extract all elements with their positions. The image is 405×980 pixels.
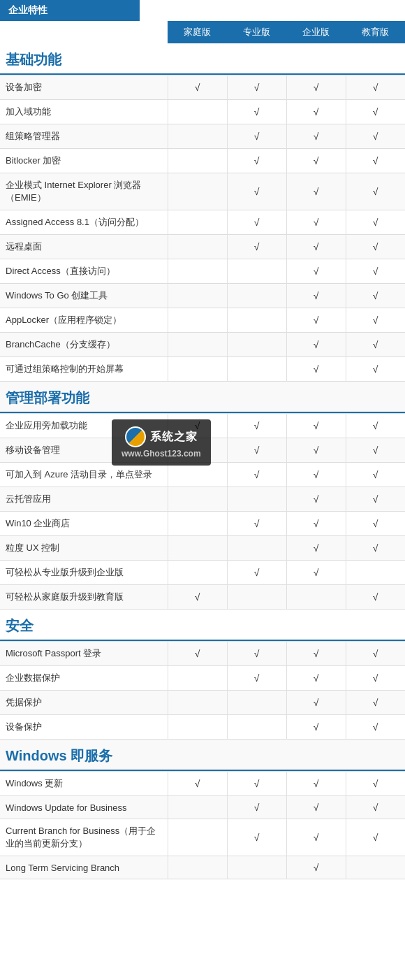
- section-heading-row: 安全: [0, 610, 405, 642]
- section-title-management: 管理部署功能: [0, 382, 405, 413]
- home-cell: [168, 819, 227, 856]
- table-row: 凭据保护√√: [0, 691, 405, 715]
- feature-cell: 云托管应用: [0, 487, 168, 512]
- pro-cell: √: [227, 414, 286, 438]
- education-cell: √: [346, 357, 405, 382]
- check-mark: √: [314, 445, 319, 456]
- education-cell: √: [346, 414, 405, 438]
- pro-cell: [227, 856, 286, 879]
- check-mark: √: [373, 697, 378, 708]
- pro-cell: √: [227, 512, 286, 536]
- check-mark: √: [254, 648, 260, 659]
- education-cell: √: [346, 149, 405, 173]
- check-mark: √: [195, 648, 200, 659]
- home-cell: [168, 512, 227, 536]
- check-mark: √: [314, 217, 319, 228]
- enterprise-cell: √: [286, 666, 346, 691]
- section-title-basic: 基础功能: [0, 43, 405, 75]
- check-mark: √: [373, 493, 378, 505]
- pro-cell: √: [227, 438, 286, 463]
- enterprise-cell: √: [286, 149, 346, 173]
- check-mark: √: [373, 648, 378, 659]
- enterprise-cell: [286, 585, 346, 610]
- feature-cell: 企业模式 Internet Explorer 浏览器（EMIE）: [0, 173, 168, 210]
- pro-cell: √: [227, 75, 286, 100]
- education-cell: √: [346, 642, 405, 666]
- education-cell: √: [346, 75, 405, 100]
- pro-cell: [227, 585, 286, 610]
- check-mark: √: [373, 131, 378, 142]
- home-cell: [168, 124, 227, 149]
- col-feature: [0, 22, 168, 43]
- check-mark: √: [254, 82, 260, 93]
- table-row: Windows 更新√√√√: [0, 772, 405, 796]
- check-mark: √: [314, 493, 319, 505]
- enterprise-cell: √: [286, 819, 346, 856]
- home-cell: [168, 796, 227, 819]
- section-title-windows-service: Windows 即服务: [0, 740, 405, 771]
- table-row: AppLocker（应用程序锁定）√√: [0, 308, 405, 333]
- check-mark: √: [314, 266, 319, 277]
- table-row: 企业数据保护√√√: [0, 666, 405, 691]
- home-cell: √: [168, 585, 227, 610]
- education-cell: √: [346, 585, 405, 610]
- table-row: Win10 企业商店√√√: [0, 512, 405, 536]
- feature-cell: Long Term Servicing Branch: [0, 856, 168, 879]
- check-mark: √: [314, 420, 319, 431]
- enterprise-cell: √: [286, 259, 346, 284]
- table-row: 可加入到 Azure 活动目录，单点登录√√√: [0, 463, 405, 487]
- table-row: 粒度 UX 控制√√: [0, 536, 405, 561]
- check-mark: √: [373, 241, 378, 252]
- check-mark: √: [254, 778, 260, 789]
- check-mark: √: [373, 106, 378, 117]
- enterprise-cell: √: [286, 173, 346, 210]
- check-mark: √: [314, 290, 319, 301]
- check-mark: √: [314, 241, 319, 252]
- table-header-row: 家庭版 专业版 企业版 教育版: [0, 22, 405, 43]
- check-mark: √: [314, 721, 319, 733]
- feature-cell: Current Branch for Business（用于企业的当前更新分支）: [0, 819, 168, 856]
- enterprise-cell: √: [286, 856, 346, 879]
- enterprise-cell: √: [286, 561, 346, 585]
- pro-cell: √: [227, 100, 286, 124]
- home-cell: [168, 715, 227, 740]
- check-mark: √: [254, 672, 260, 684]
- check-mark: √: [373, 721, 378, 733]
- table-row: 可轻松从专业版升级到企业版√√: [0, 561, 405, 585]
- check-mark: √: [195, 82, 200, 93]
- table-row: 组策略管理器√√√: [0, 124, 405, 149]
- education-cell: √: [346, 124, 405, 149]
- enterprise-cell: √: [286, 100, 346, 124]
- home-cell: [168, 463, 227, 487]
- check-mark: √: [373, 591, 378, 603]
- check-mark: √: [254, 802, 260, 813]
- check-mark: √: [373, 420, 378, 431]
- home-cell: [168, 856, 227, 879]
- section-heading-row: Windows 即服务: [0, 740, 405, 772]
- home-cell: [168, 691, 227, 715]
- home-cell: [168, 149, 227, 173]
- enterprise-cell: √: [286, 357, 346, 382]
- pro-cell: [227, 691, 286, 715]
- check-mark: √: [314, 339, 319, 350]
- check-mark: √: [373, 363, 378, 375]
- check-mark: √: [314, 155, 319, 166]
- feature-cell: Win10 企业商店: [0, 512, 168, 536]
- table-row: Current Branch for Business（用于企业的当前更新分支）…: [0, 819, 405, 856]
- education-cell: √: [346, 210, 405, 235]
- feature-cell: 企业数据保护: [0, 666, 168, 691]
- table-row: 远程桌面√√√: [0, 235, 405, 259]
- education-cell: √: [346, 235, 405, 259]
- table-row: 企业应用旁加载功能√√√√: [0, 414, 405, 438]
- enterprise-cell: √: [286, 438, 346, 463]
- enterprise-cell: √: [286, 772, 346, 796]
- home-cell: [168, 438, 227, 463]
- pro-cell: √: [227, 819, 286, 856]
- education-cell: √: [346, 100, 405, 124]
- check-mark: √: [314, 518, 319, 529]
- education-cell: √: [346, 333, 405, 357]
- home-cell: √: [168, 642, 227, 666]
- check-mark: √: [373, 339, 378, 350]
- header-banner: 企业特性: [0, 0, 140, 21]
- check-mark: √: [314, 802, 319, 813]
